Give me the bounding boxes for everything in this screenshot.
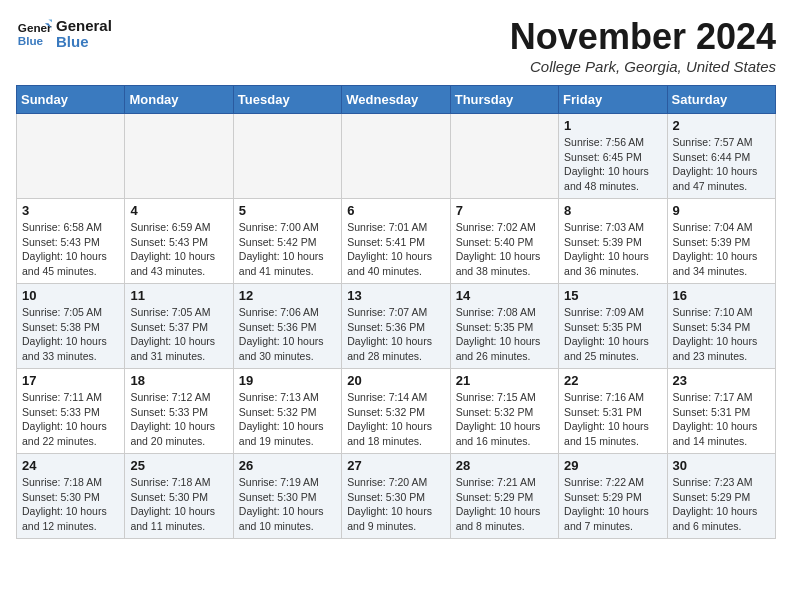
calendar-cell: 12Sunrise: 7:06 AMSunset: 5:36 PMDayligh… (233, 284, 341, 369)
header-monday: Monday (125, 86, 233, 114)
day-number: 22 (564, 373, 661, 388)
day-info: Sunrise: 7:00 AMSunset: 5:42 PMDaylight:… (239, 220, 336, 279)
day-number: 3 (22, 203, 119, 218)
logo-icon: General Blue (16, 16, 52, 52)
day-number: 28 (456, 458, 553, 473)
header-thursday: Thursday (450, 86, 558, 114)
day-info: Sunrise: 7:04 AMSunset: 5:39 PMDaylight:… (673, 220, 770, 279)
svg-text:General: General (18, 21, 52, 34)
day-info: Sunrise: 7:07 AMSunset: 5:36 PMDaylight:… (347, 305, 444, 364)
calendar-cell: 21Sunrise: 7:15 AMSunset: 5:32 PMDayligh… (450, 369, 558, 454)
calendar-cell: 25Sunrise: 7:18 AMSunset: 5:30 PMDayligh… (125, 454, 233, 539)
calendar-cell: 9Sunrise: 7:04 AMSunset: 5:39 PMDaylight… (667, 199, 775, 284)
header-saturday: Saturday (667, 86, 775, 114)
calendar-cell: 16Sunrise: 7:10 AMSunset: 5:34 PMDayligh… (667, 284, 775, 369)
calendar-cell: 14Sunrise: 7:08 AMSunset: 5:35 PMDayligh… (450, 284, 558, 369)
calendar-cell: 15Sunrise: 7:09 AMSunset: 5:35 PMDayligh… (559, 284, 667, 369)
svg-text:Blue: Blue (18, 34, 44, 47)
day-info: Sunrise: 7:01 AMSunset: 5:41 PMDaylight:… (347, 220, 444, 279)
day-info: Sunrise: 7:02 AMSunset: 5:40 PMDaylight:… (456, 220, 553, 279)
day-number: 26 (239, 458, 336, 473)
calendar-week-row: 10Sunrise: 7:05 AMSunset: 5:38 PMDayligh… (17, 284, 776, 369)
day-info: Sunrise: 7:10 AMSunset: 5:34 PMDaylight:… (673, 305, 770, 364)
calendar-week-row: 17Sunrise: 7:11 AMSunset: 5:33 PMDayligh… (17, 369, 776, 454)
day-info: Sunrise: 7:08 AMSunset: 5:35 PMDaylight:… (456, 305, 553, 364)
calendar-cell (450, 114, 558, 199)
calendar-cell: 7Sunrise: 7:02 AMSunset: 5:40 PMDaylight… (450, 199, 558, 284)
calendar-cell: 28Sunrise: 7:21 AMSunset: 5:29 PMDayligh… (450, 454, 558, 539)
calendar-cell: 24Sunrise: 7:18 AMSunset: 5:30 PMDayligh… (17, 454, 125, 539)
day-number: 14 (456, 288, 553, 303)
logo-general: General (56, 18, 112, 35)
day-info: Sunrise: 7:56 AMSunset: 6:45 PMDaylight:… (564, 135, 661, 194)
calendar-cell (17, 114, 125, 199)
month-title: November 2024 (510, 16, 776, 58)
calendar-cell: 3Sunrise: 6:58 AMSunset: 5:43 PMDaylight… (17, 199, 125, 284)
calendar-cell: 23Sunrise: 7:17 AMSunset: 5:31 PMDayligh… (667, 369, 775, 454)
day-number: 6 (347, 203, 444, 218)
calendar-cell: 6Sunrise: 7:01 AMSunset: 5:41 PMDaylight… (342, 199, 450, 284)
calendar-cell: 13Sunrise: 7:07 AMSunset: 5:36 PMDayligh… (342, 284, 450, 369)
location: College Park, Georgia, United States (510, 58, 776, 75)
day-number: 7 (456, 203, 553, 218)
calendar-cell: 26Sunrise: 7:19 AMSunset: 5:30 PMDayligh… (233, 454, 341, 539)
day-info: Sunrise: 7:13 AMSunset: 5:32 PMDaylight:… (239, 390, 336, 449)
day-info: Sunrise: 7:11 AMSunset: 5:33 PMDaylight:… (22, 390, 119, 449)
day-number: 27 (347, 458, 444, 473)
calendar-cell: 10Sunrise: 7:05 AMSunset: 5:38 PMDayligh… (17, 284, 125, 369)
header-wednesday: Wednesday (342, 86, 450, 114)
day-number: 19 (239, 373, 336, 388)
calendar-cell: 2Sunrise: 7:57 AMSunset: 6:44 PMDaylight… (667, 114, 775, 199)
calendar-cell: 30Sunrise: 7:23 AMSunset: 5:29 PMDayligh… (667, 454, 775, 539)
calendar-cell: 18Sunrise: 7:12 AMSunset: 5:33 PMDayligh… (125, 369, 233, 454)
day-info: Sunrise: 7:19 AMSunset: 5:30 PMDaylight:… (239, 475, 336, 534)
day-info: Sunrise: 7:03 AMSunset: 5:39 PMDaylight:… (564, 220, 661, 279)
calendar-week-row: 1Sunrise: 7:56 AMSunset: 6:45 PMDaylight… (17, 114, 776, 199)
day-number: 25 (130, 458, 227, 473)
day-number: 20 (347, 373, 444, 388)
calendar-cell: 5Sunrise: 7:00 AMSunset: 5:42 PMDaylight… (233, 199, 341, 284)
day-number: 29 (564, 458, 661, 473)
calendar-cell: 27Sunrise: 7:20 AMSunset: 5:30 PMDayligh… (342, 454, 450, 539)
calendar-cell: 22Sunrise: 7:16 AMSunset: 5:31 PMDayligh… (559, 369, 667, 454)
calendar-cell (233, 114, 341, 199)
day-number: 1 (564, 118, 661, 133)
header-friday: Friday (559, 86, 667, 114)
calendar-cell: 20Sunrise: 7:14 AMSunset: 5:32 PMDayligh… (342, 369, 450, 454)
day-info: Sunrise: 7:18 AMSunset: 5:30 PMDaylight:… (22, 475, 119, 534)
day-number: 8 (564, 203, 661, 218)
day-number: 5 (239, 203, 336, 218)
day-number: 18 (130, 373, 227, 388)
day-number: 21 (456, 373, 553, 388)
logo: General Blue General Blue (16, 16, 112, 52)
header-tuesday: Tuesday (233, 86, 341, 114)
day-info: Sunrise: 7:16 AMSunset: 5:31 PMDaylight:… (564, 390, 661, 449)
day-info: Sunrise: 7:18 AMSunset: 5:30 PMDaylight:… (130, 475, 227, 534)
day-number: 30 (673, 458, 770, 473)
day-number: 2 (673, 118, 770, 133)
day-info: Sunrise: 7:21 AMSunset: 5:29 PMDaylight:… (456, 475, 553, 534)
day-number: 10 (22, 288, 119, 303)
day-info: Sunrise: 7:05 AMSunset: 5:38 PMDaylight:… (22, 305, 119, 364)
calendar-cell: 11Sunrise: 7:05 AMSunset: 5:37 PMDayligh… (125, 284, 233, 369)
title-block: November 2024 College Park, Georgia, Uni… (510, 16, 776, 75)
calendar-cell: 1Sunrise: 7:56 AMSunset: 6:45 PMDaylight… (559, 114, 667, 199)
day-number: 13 (347, 288, 444, 303)
calendar-cell: 17Sunrise: 7:11 AMSunset: 5:33 PMDayligh… (17, 369, 125, 454)
page-header: General Blue General Blue November 2024 … (16, 16, 776, 75)
day-info: Sunrise: 7:57 AMSunset: 6:44 PMDaylight:… (673, 135, 770, 194)
weekday-header-row: Sunday Monday Tuesday Wednesday Thursday… (17, 86, 776, 114)
day-number: 15 (564, 288, 661, 303)
day-info: Sunrise: 7:12 AMSunset: 5:33 PMDaylight:… (130, 390, 227, 449)
day-info: Sunrise: 7:06 AMSunset: 5:36 PMDaylight:… (239, 305, 336, 364)
day-info: Sunrise: 6:59 AMSunset: 5:43 PMDaylight:… (130, 220, 227, 279)
day-number: 9 (673, 203, 770, 218)
day-number: 23 (673, 373, 770, 388)
day-number: 4 (130, 203, 227, 218)
day-number: 24 (22, 458, 119, 473)
day-info: Sunrise: 7:09 AMSunset: 5:35 PMDaylight:… (564, 305, 661, 364)
day-info: Sunrise: 7:05 AMSunset: 5:37 PMDaylight:… (130, 305, 227, 364)
calendar-week-row: 3Sunrise: 6:58 AMSunset: 5:43 PMDaylight… (17, 199, 776, 284)
day-info: Sunrise: 7:14 AMSunset: 5:32 PMDaylight:… (347, 390, 444, 449)
calendar-cell: 8Sunrise: 7:03 AMSunset: 5:39 PMDaylight… (559, 199, 667, 284)
